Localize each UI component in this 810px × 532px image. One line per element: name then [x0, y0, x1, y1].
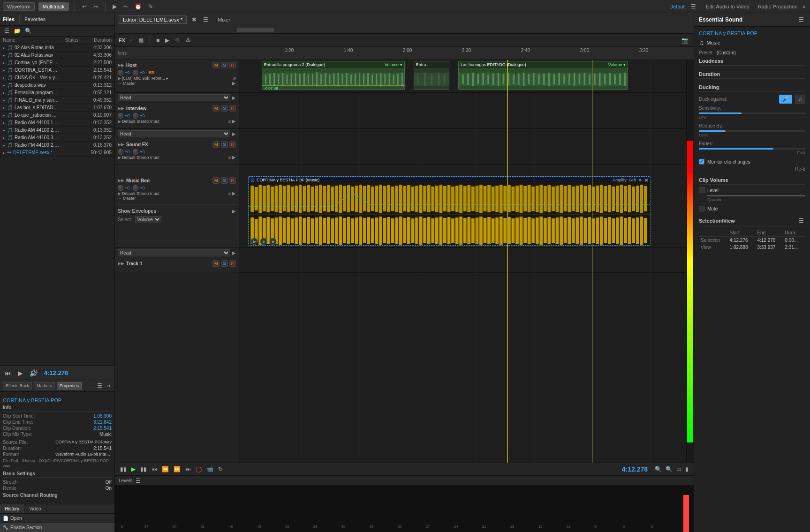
host-m-btn[interactable]: M [212, 62, 220, 68]
sv-menu-btn[interactable]: ☰ [797, 217, 805, 225]
file-item-0[interactable]: ▸ 🎵 02 Alas Rotas.m4a 4:33.306 [0, 44, 114, 52]
duck-music-btn[interactable]: ♫ [795, 95, 805, 104]
ruler-inner[interactable]: 1:201:402:002:202:403:003:20 [239, 47, 694, 60]
music-clip-close[interactable]: ✖ [644, 178, 648, 183]
fx-btn1[interactable]: ■ [155, 37, 161, 44]
reduce-by-slider[interactable]: Less [699, 130, 805, 137]
rp-menu-btn[interactable]: ☰ [797, 16, 805, 23]
file-item-6[interactable]: ▸ 🎵 Entradilla programa 2.wav 0:55.121 [0, 89, 114, 97]
interview-read-select[interactable]: Read [118, 130, 230, 137]
host-read-select[interactable]: Read [118, 94, 230, 101]
host-out-expand[interactable]: ▶ [232, 81, 236, 86]
reby-btn[interactable]: Re-b [795, 166, 805, 172]
file-item-9[interactable]: ▸ 🎵 Lo que _rabacion OK.wav 0:10.007 [0, 112, 114, 119]
props-expand-btn[interactable]: » [106, 382, 112, 390]
musicbed-r-btn[interactable]: R [229, 177, 236, 184]
file-item-8[interactable]: ▸ 🎵 Las hor_s EDITADO.wav 1:07.670 [0, 104, 114, 112]
host-r-btn[interactable]: R [229, 62, 236, 68]
musicbed-read-select[interactable]: Read [118, 249, 230, 256]
musicbed-m-btn[interactable]: M [212, 177, 220, 184]
levels-menu-btn[interactable]: ☰ [134, 477, 142, 485]
open-label[interactable]: Open [10, 516, 22, 521]
musicbed-s-btn[interactable]: S [221, 177, 227, 184]
waveform-mode-btn[interactable]: Waveform [3, 2, 35, 11]
file-item-11[interactable]: ▸ 🎵 Radio AM 44100 2.wav 0:13.352 [0, 127, 114, 134]
interview-fx-btn[interactable]: ⌀ [228, 119, 231, 124]
file-item-2[interactable]: ▸ 🎵 Cortina_yo (ENTERA).mp3 2:27.500 [0, 59, 114, 67]
show-envelopes-arrow[interactable]: ▶ [232, 209, 236, 214]
fx-btn2[interactable]: ▶ [164, 37, 171, 44]
markers-tab[interactable]: Markers [34, 382, 55, 390]
transport-pause-btn[interactable]: ▮▮ [139, 465, 148, 473]
soundfx-s-btn[interactable]: S [221, 141, 227, 148]
fx-add-btn[interactable]: + [128, 37, 134, 44]
host-clip1[interactable]: Entradilla programa 2 (Dialogue) Volume … [262, 61, 405, 90]
play-btn[interactable]: ▶ [16, 368, 25, 378]
file-item-3[interactable]: ▸ 🎵 CORTINA_ESTIA POP.wav 2:15.541 [0, 67, 114, 74]
workspace-expand-btn[interactable]: » [801, 3, 807, 10]
undo-btn[interactable]: ↩ [81, 3, 88, 10]
transport-loop-btn[interactable]: ↻ [217, 465, 224, 473]
host-s-btn[interactable]: S [221, 62, 227, 68]
soundfx-r-btn[interactable]: R [229, 141, 236, 148]
host-read-expand[interactable]: ▶ [232, 95, 236, 100]
favorites-tab[interactable]: Favorites [24, 16, 45, 22]
interview-r-btn[interactable]: R [229, 105, 236, 112]
soundfx-expand-btn[interactable]: ▶▶ [118, 142, 124, 147]
transport-stop-btn[interactable]: ▮▮ [119, 465, 128, 473]
transport-fwd-btn[interactable]: ⏩ [172, 465, 182, 473]
host-pan-knob[interactable] [133, 70, 138, 75]
interview-read-expand[interactable]: ▶ [232, 131, 236, 136]
file-item-12[interactable]: ▸ 🎵 Radio AM 44100 3.wav 0:13.352 [0, 134, 114, 142]
fx-snap-btn[interactable]: 📷 [680, 37, 690, 44]
musicbed-fx-btn[interactable]: ⌀ [228, 191, 231, 196]
soundfx-vol-knob[interactable] [118, 149, 123, 155]
interview-m-btn[interactable]: M [212, 105, 220, 112]
host-clip3[interactable]: Las hormigas EDITADO (Dialogue) Volume ▾ [458, 61, 628, 90]
musicbed-vol-knob[interactable] [118, 185, 123, 191]
duck-speech-btn[interactable]: 🎤 [779, 95, 792, 104]
interview-expand-btn[interactable]: ▶▶ [118, 106, 124, 111]
music-clip-collapse[interactable]: ▼ [638, 178, 643, 183]
track1-m-btn[interactable]: M [212, 260, 220, 267]
music-clip-lock[interactable]: ☒ [250, 178, 255, 183]
properties-tab[interactable]: Properties [57, 382, 82, 390]
fx-chart-btn[interactable]: ▩ [137, 37, 145, 44]
track-content[interactable]: 30 Second Outro Entradilla programa 2 (D… [239, 60, 686, 463]
files-tab[interactable]: Files [3, 16, 15, 22]
interview-expand-btn2[interactable]: ▶ [232, 119, 236, 124]
track1-r-btn[interactable]: R [229, 260, 236, 267]
soundfx-pan-knob[interactable] [133, 149, 138, 155]
monitor-checkbox[interactable] [699, 159, 704, 165]
time-tool-btn[interactable]: ⏰ [133, 3, 143, 10]
host-vol-knob[interactable] [118, 70, 123, 75]
effects-rack-tab[interactable]: Effects Rack [3, 382, 32, 390]
file-item-7[interactable]: ▸ 🎵 FINAL D_ma y sangra.wav 0:49.352 [0, 97, 114, 104]
zoom-full-btn[interactable]: ▮ [684, 465, 690, 473]
redo-btn[interactable]: ↪ [92, 3, 99, 10]
musicbed-expand-btn[interactable]: ▶▶ [118, 178, 124, 183]
soundfx-m-btn[interactable]: M [212, 141, 220, 148]
skip-start-btn[interactable]: ⏮ [3, 368, 13, 378]
level-slider[interactable]: Quarter [707, 195, 805, 202]
files-folder-btn[interactable]: 📁 [12, 27, 22, 35]
level-checkbox[interactable] [699, 187, 704, 193]
interview-vol-knob[interactable] [118, 113, 123, 119]
file-item-14[interactable]: ▸ ☷ DELETEME.sesx * 50:43.905 [0, 149, 114, 157]
file-item-13[interactable]: ▸ 🎵 Radio FM 44100 2.wav 0:16.370 [0, 142, 114, 149]
history-tab[interactable]: History [0, 504, 24, 513]
sensitivity-slider[interactable]: Low [699, 112, 805, 120]
host-fx-btn[interactable]: ⌀ [233, 75, 236, 81]
editor-tab[interactable]: Editor: DELETEME.sesx * [119, 15, 187, 24]
interview-pan-knob[interactable] [133, 113, 138, 119]
soundfx-fx-btn[interactable]: ⌀ [228, 155, 231, 160]
editor-close-btn[interactable]: ✖ [190, 16, 198, 23]
editor-menu-btn[interactable]: ☰ [202, 16, 210, 23]
file-item-1[interactable]: ▸ 🎵 02 Alas Rotas.wav 4:33.306 [0, 52, 114, 59]
mute-checkbox[interactable] [699, 206, 704, 211]
transport-back-btn[interactable]: ⏪ [160, 465, 170, 473]
host-expand-btn[interactable]: ▶▶ [118, 63, 124, 67]
transport-skipback-btn[interactable]: ⏮ [150, 465, 159, 473]
interview-s-btn[interactable]: S [221, 105, 227, 112]
file-item-5[interactable]: ▸ 🎵 despedida.wav 0:13.312 [0, 82, 114, 89]
